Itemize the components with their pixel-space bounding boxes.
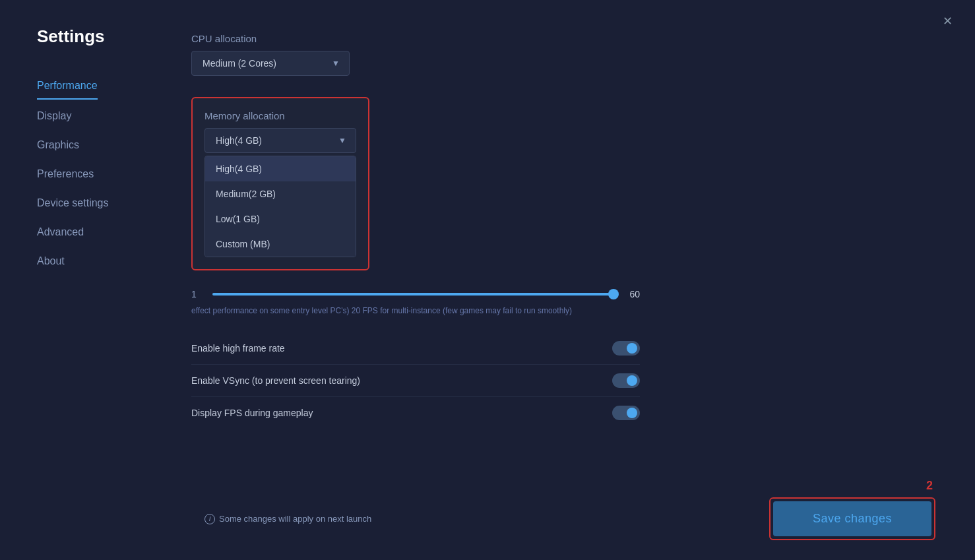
- content-area: CPU allocation Medium (2 Cores) ▼ Memory…: [152, 26, 975, 560]
- save-changes-button[interactable]: Save changes: [773, 501, 931, 536]
- memory-dropdown-options: High(4 GB) Medium(2 GB) Low(1 GB) Custom…: [204, 156, 356, 257]
- toggle-label-high-frame-rate: Enable high frame rate: [191, 343, 285, 354]
- toggle-label-vsync: Enable VSync (to prevent screen tearing): [191, 375, 360, 386]
- footer-note-text: Some changes will apply on next launch: [219, 514, 371, 524]
- memory-section: Memory allocation High(4 GB) ▼ High(4 GB…: [191, 97, 369, 270]
- save-btn-container: 2 Save changes: [769, 497, 935, 540]
- save-btn-wrapper: Save changes: [769, 497, 935, 540]
- toggle-row-vsync: Enable VSync (to prevent screen tearing): [191, 365, 640, 397]
- cpu-label: CPU allocation: [191, 33, 935, 44]
- fps-value: 60: [621, 289, 640, 299]
- annotation-label-2: 2: [926, 479, 933, 493]
- toggle-vsync[interactable]: [612, 373, 640, 388]
- sidebar-item-preferences[interactable]: Preferences: [37, 162, 152, 187]
- cpu-section: CPU allocation Medium (2 Cores) ▼: [191, 33, 935, 76]
- sidebar: Settings Performance Display Graphics Pr…: [0, 26, 152, 560]
- memory-option-medium-2gb[interactable]: Medium(2 GB): [205, 181, 356, 206]
- toggles-container: Enable high frame rate Enable VSync (to …: [191, 332, 640, 429]
- sidebar-item-about[interactable]: About: [37, 249, 152, 274]
- sidebar-item-graphics[interactable]: Graphics: [37, 133, 152, 158]
- fps-annotation-label: 1: [191, 289, 204, 299]
- content-inner: CPU allocation Medium (2 Cores) ▼ Memory…: [191, 26, 935, 429]
- cpu-dropdown-arrow-icon: ▼: [332, 59, 340, 68]
- sidebar-item-device-settings[interactable]: Device settings: [37, 191, 152, 216]
- toggle-display-fps[interactable]: [612, 406, 640, 420]
- toggle-label-display-fps: Display FPS during gameplay: [191, 408, 313, 418]
- app-container: ✕ Settings Performance Display Graphics …: [0, 0, 975, 560]
- sidebar-item-performance[interactable]: Performance: [37, 73, 98, 100]
- sidebar-item-display[interactable]: Display: [37, 104, 152, 129]
- sidebar-item-advanced[interactable]: Advanced: [37, 220, 152, 245]
- fps-row: 1 60: [191, 289, 640, 299]
- info-icon: i: [204, 514, 215, 524]
- toggle-knob-display-fps: [627, 408, 637, 418]
- memory-dropdown[interactable]: High(4 GB) ▼: [204, 128, 356, 153]
- fps-slider-track[interactable]: [212, 293, 613, 296]
- memory-label: Memory allocation: [204, 110, 356, 121]
- memory-option-high-4gb[interactable]: High(4 GB): [205, 156, 356, 181]
- toggle-knob-vsync: [627, 375, 637, 386]
- memory-option-custom-mb[interactable]: Custom (MB): [205, 232, 356, 257]
- memory-dropdown-value: High(4 GB): [216, 135, 262, 146]
- fps-row-container: 1 60: [191, 289, 640, 299]
- fps-slider-thumb[interactable]: [608, 289, 619, 299]
- info-text: effect performance on some entry level P…: [191, 305, 613, 317]
- close-button[interactable]: ✕: [938, 12, 957, 30]
- cpu-dropdown-value: Medium (2 Cores): [203, 58, 276, 69]
- footer-note: i Some changes will apply on next launch: [204, 514, 371, 524]
- cpu-dropdown[interactable]: Medium (2 Cores) ▼: [191, 51, 350, 76]
- main-layout: Settings Performance Display Graphics Pr…: [0, 0, 975, 560]
- memory-option-low-1gb[interactable]: Low(1 GB): [205, 206, 356, 232]
- toggle-knob-high-frame-rate: [627, 343, 637, 354]
- page-title: Settings: [37, 26, 152, 47]
- toggle-high-frame-rate[interactable]: [612, 341, 640, 356]
- toggle-row-display-fps: Display FPS during gameplay: [191, 397, 640, 429]
- toggle-row-high-frame-rate: Enable high frame rate: [191, 332, 640, 365]
- footer: i Some changes will apply on next launch…: [0, 484, 975, 560]
- memory-row: Memory allocation High(4 GB) ▼ High(4 GB…: [191, 97, 369, 270]
- cpu-dropdown-wrapper: Medium (2 Cores) ▼: [191, 51, 350, 76]
- memory-dropdown-arrow-icon: ▼: [338, 136, 346, 145]
